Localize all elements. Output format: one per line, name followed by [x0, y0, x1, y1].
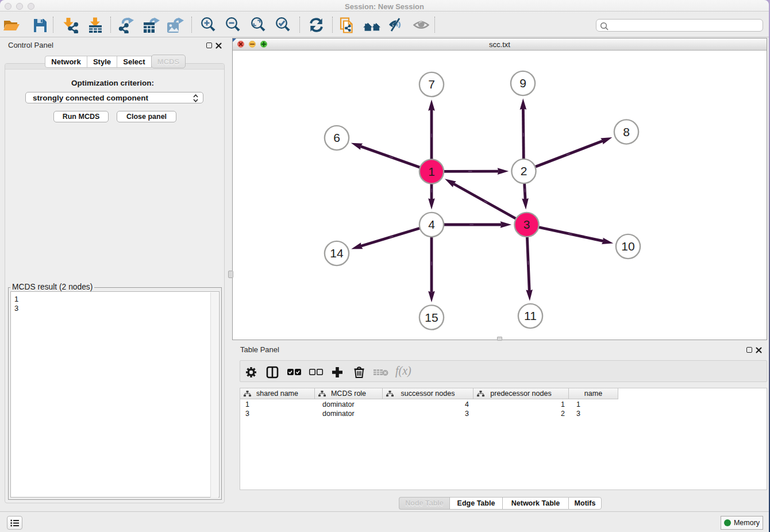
svg-text:10: 10 — [621, 240, 634, 253]
svg-text:7: 7 — [428, 78, 435, 91]
svg-text:9: 9 — [519, 76, 526, 90]
svg-text:11: 11 — [524, 309, 537, 322]
svg-text:4: 4 — [428, 218, 435, 231]
svg-text:8: 8 — [623, 125, 630, 138]
svg-text:2: 2 — [521, 164, 528, 178]
svg-text:1: 1 — [428, 165, 435, 178]
svg-text:14: 14 — [330, 246, 344, 260]
svg-text:15: 15 — [425, 311, 438, 324]
svg-text:3: 3 — [523, 218, 530, 231]
svg-text:6: 6 — [333, 131, 340, 144]
